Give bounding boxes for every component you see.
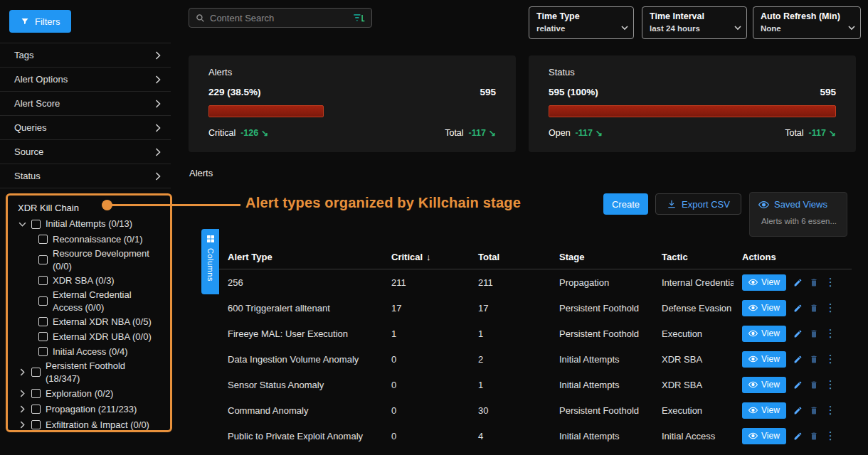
sidebar-menu-item[interactable]: Alert Score	[0, 92, 171, 116]
sidebar-menu-item-label: Source	[14, 146, 43, 157]
kebab-menu-icon[interactable]: ⋮	[825, 429, 836, 442]
table-row: 600 Triggeralert alltenant 17 17 Persist…	[219, 295, 852, 321]
edit-pencil-icon[interactable]	[793, 278, 803, 287]
columns-tab[interactable]: Columns	[201, 229, 219, 294]
edit-pencil-icon[interactable]	[793, 355, 803, 364]
caret-icon[interactable]	[18, 421, 26, 429]
checkbox[interactable]	[38, 296, 48, 306]
killchain-tactic-row[interactable]: External Credential Access (0/0)	[38, 288, 167, 314]
sidebar-menu-item[interactable]: Alert Options	[0, 68, 171, 92]
create-button[interactable]: Create	[603, 193, 648, 215]
killchain-stage-row[interactable]: Exploration (0/2)	[18, 385, 167, 401]
killchain-tactic-label: Resource Development (0/0)	[53, 247, 161, 272]
header-critical[interactable]: Critical↓	[383, 252, 470, 262]
view-button[interactable]: View	[742, 377, 786, 393]
footer-right-delta: -117	[809, 128, 826, 138]
time-interval-dropdown[interactable]: Time Interval last 24 hours	[642, 6, 747, 39]
kebab-menu-icon[interactable]: ⋮	[825, 327, 836, 340]
checkbox[interactable]	[31, 368, 41, 377]
checkbox[interactable]	[31, 220, 41, 229]
delete-trash-icon[interactable]	[810, 277, 818, 287]
checkbox[interactable]	[38, 347, 48, 356]
view-button-label: View	[761, 277, 780, 287]
cell-actions: View ⋮	[734, 300, 852, 316]
kebab-menu-icon[interactable]: ⋮	[825, 276, 836, 289]
checkbox[interactable]	[38, 332, 48, 341]
kebab-menu-icon[interactable]: ⋮	[825, 353, 836, 365]
cell-critical: 17	[383, 303, 470, 314]
caret-icon[interactable]	[18, 220, 26, 228]
killchain-stage-row[interactable]: Persistent Foothold (18/347)	[18, 359, 167, 385]
saved-views-button[interactable]: Saved Views Alerts with 6 essen...	[749, 192, 847, 237]
annotation-text: Alert types organized by Killchain stage	[245, 195, 521, 211]
view-button[interactable]: View	[742, 402, 786, 419]
view-button[interactable]: View	[742, 428, 786, 444]
killchain-highlight-box: XDR Kill Chain Initial Attempts (0/13) R…	[6, 193, 172, 432]
killchain-tactic-row[interactable]: Resource Development (0/0)	[38, 247, 167, 273]
edit-pencil-icon[interactable]	[793, 329, 803, 338]
killchain-stage-row[interactable]: Propagation (211/233)	[18, 401, 167, 417]
sidebar-menu-item[interactable]: Queries	[0, 116, 171, 140]
footer-left-delta: -126	[240, 128, 258, 138]
chevron-right-icon	[155, 75, 161, 84]
progress-bar-track	[549, 105, 836, 117]
checkbox[interactable]	[31, 389, 41, 398]
kebab-menu-icon[interactable]: ⋮	[825, 301, 836, 314]
killchain-stage-row[interactable]: Exfiltration & Impact (0/0)	[18, 417, 167, 432]
delete-trash-icon[interactable]	[810, 354, 818, 364]
killchain-stage-label: Exfiltration & Impact (0/0)	[46, 419, 149, 432]
kebab-menu-icon[interactable]: ⋮	[825, 404, 836, 417]
checkbox[interactable]	[38, 317, 48, 326]
killchain-tactic-row[interactable]: XDR SBA (0/3)	[38, 273, 167, 288]
caret-icon[interactable]	[18, 405, 26, 413]
edit-pencil-icon[interactable]	[793, 380, 803, 390]
delete-trash-icon[interactable]	[810, 380, 818, 390]
edit-pencil-icon[interactable]	[793, 432, 803, 441]
header-stage[interactable]: Stage	[551, 252, 653, 262]
delete-trash-icon[interactable]	[810, 303, 818, 313]
sidebar-menu-item[interactable]: Status	[0, 164, 171, 188]
view-button[interactable]: View	[742, 326, 786, 342]
view-button[interactable]: View	[742, 351, 786, 368]
killchain-tactic-row[interactable]: External XDR NBA (0/5)	[38, 314, 167, 329]
sidebar-menu-item-label: Queries	[14, 122, 47, 133]
checkbox[interactable]	[38, 255, 48, 264]
filters-button[interactable]: Filters	[9, 10, 71, 33]
kebab-menu-icon[interactable]: ⋮	[825, 378, 836, 391]
export-csv-button[interactable]: Export CSV	[655, 193, 741, 215]
download-icon	[667, 199, 677, 209]
advanced-search-icon[interactable]	[353, 13, 365, 23]
header-alert-type[interactable]: Alert Type	[219, 252, 383, 262]
chevron-down-icon	[848, 21, 855, 33]
delete-trash-icon[interactable]	[810, 405, 818, 415]
columns-tab-label: Columns	[206, 248, 215, 282]
killchain-tactic-row[interactable]: Reconnaissance (0/1)	[38, 232, 167, 247]
killchain-stage-row[interactable]: Initial Attempts (0/13)	[18, 216, 167, 232]
killchain-tactic-row[interactable]: Initial Access (0/4)	[38, 344, 167, 359]
caret-icon[interactable]	[18, 390, 26, 397]
sidebar-menu-item-label: Alert Options	[14, 74, 68, 85]
checkbox[interactable]	[31, 420, 41, 429]
killchain-section-header[interactable]: XDR Kill Chain	[13, 199, 167, 216]
time-type-label: Time Type	[536, 11, 618, 21]
delete-trash-icon[interactable]	[810, 431, 818, 441]
time-type-dropdown[interactable]: Time Type relative	[529, 6, 634, 39]
content-search-box[interactable]	[189, 8, 372, 28]
view-button[interactable]: View	[742, 300, 786, 316]
delete-trash-icon[interactable]	[810, 328, 818, 338]
checkbox[interactable]	[38, 276, 48, 285]
view-button[interactable]: View	[742, 274, 786, 291]
header-total[interactable]: Total	[470, 252, 551, 262]
caret-icon[interactable]	[18, 368, 26, 376]
search-input[interactable]	[210, 13, 348, 23]
sidebar-menu-item[interactable]: Source	[0, 140, 171, 164]
edit-pencil-icon[interactable]	[793, 406, 803, 415]
header-tactic[interactable]: Tactic	[653, 252, 734, 262]
auto-refresh-dropdown[interactable]: Auto Refresh (Min) None	[753, 6, 861, 39]
killchain-tactic-row[interactable]: External XDR UBA (0/0)	[38, 329, 167, 344]
checkbox[interactable]	[31, 405, 41, 414]
checkbox[interactable]	[38, 235, 48, 244]
sidebar-menu-item[interactable]: Tags	[0, 43, 171, 68]
edit-pencil-icon[interactable]	[793, 304, 803, 313]
view-button-label: View	[761, 380, 780, 390]
